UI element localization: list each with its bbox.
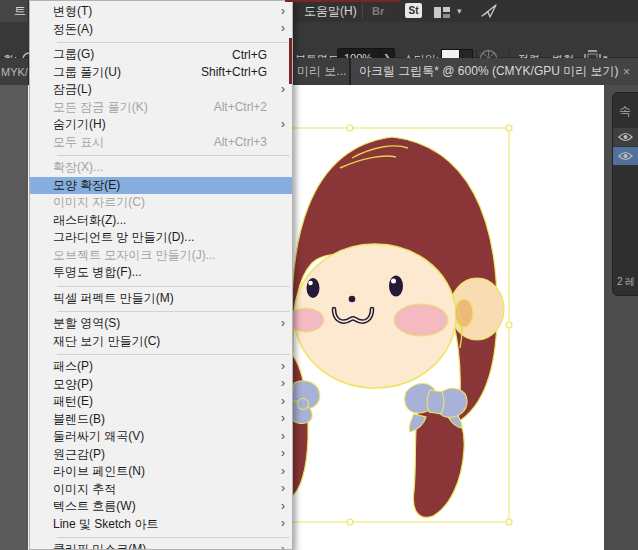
submenu-arrow-icon: ›: [281, 359, 285, 373]
menu-item-label: 정돈(A): [53, 21, 93, 38]
menu-item-label: 그라디언트 망 만들기(D)...: [53, 229, 194, 246]
left-cheek: [288, 308, 324, 332]
share-icon[interactable]: [481, 3, 498, 23]
layers-panel: 속 2 레: [612, 92, 638, 296]
menu-item-shortcut: Alt+Ctrl+2: [214, 100, 285, 114]
menu-item-label: 모양(P): [53, 376, 93, 393]
menu-item-shape[interactable]: 모양(P)›: [30, 376, 292, 394]
menu-item-label: 텍스트 흐름(W): [53, 498, 136, 515]
menu-item-shortcut: Alt+Ctrl+3: [214, 135, 285, 149]
document-tab-1[interactable]: 미리 보... ×: [293, 58, 349, 85]
menu-item-label: 그룹 풀기(U): [53, 64, 121, 81]
inner-ear: [455, 299, 473, 327]
menu-item-label: 모두 표시: [53, 134, 104, 151]
menu-item-lock[interactable]: 잠금(L)›: [30, 81, 292, 99]
menu-item-text-wrap[interactable]: 텍스트 흐름(W)›: [30, 498, 292, 516]
menu-item-label: 투명도 병합(F)...: [53, 264, 142, 281]
menu-item-envelope-distort[interactable]: 둘러싸기 왜곡(V)›: [30, 428, 292, 446]
menu-item-label: 픽셀 퍼펙트 만들기(M): [53, 290, 174, 307]
menu-separator: [30, 533, 292, 541]
menu-item-label: 라이브 페인트(N): [53, 463, 145, 480]
submenu-arrow-icon: ›: [281, 117, 285, 131]
submenu-arrow-icon: ›: [281, 22, 285, 36]
menu-separator: [30, 350, 292, 358]
menu-item-label: 잠금(L): [53, 81, 92, 98]
menu-item-arrange[interactable]: 정돈(A)›: [30, 21, 292, 39]
menu-item-expand-appearance[interactable]: 모양 확장(E): [30, 177, 292, 195]
layer-row-2[interactable]: [613, 147, 638, 166]
submenu-arrow-icon: ›: [281, 517, 285, 531]
menu-item-shortcut: Ctrl+G: [232, 48, 285, 62]
menu-item-live-paint[interactable]: 라이브 페인트(N)›: [30, 463, 292, 481]
layer-row-1[interactable]: [613, 128, 638, 147]
document-tab-2-active[interactable]: 아크릴 그립톡* @ 600% (CMYK/GPU 미리 보기) ×: [351, 58, 638, 85]
menu-item-clipping-mask[interactable]: 클리핑 마스크(M)›: [30, 541, 292, 550]
submenu-arrow-icon: ›: [281, 82, 285, 96]
menu-item-label: 클리핑 마스크(M): [53, 541, 146, 550]
menu-item-show-all: 모두 표시Alt+Ctrl+3: [30, 134, 292, 152]
red-sliver-top: [285, 0, 400, 2]
menu-item-group[interactable]: 그룹(G)Ctrl+G: [30, 46, 292, 64]
bridge-icon[interactable]: Br: [372, 3, 384, 19]
menu-item-transform[interactable]: 변형(T)›: [30, 3, 292, 21]
stock-icon[interactable]: St: [405, 3, 422, 18]
submenu-arrow-icon: ›: [281, 377, 285, 391]
document-tab-fragment[interactable]: MYK/G: [0, 58, 28, 85]
menu-item-unlock-all: 모든 잠금 풀기(K)Alt+Ctrl+2: [30, 99, 292, 117]
menu-item-create-trim-view[interactable]: 재단 보기 만들기(C): [30, 333, 292, 351]
menu-item-label: 원근감(P): [53, 446, 105, 463]
menu-item-path[interactable]: 패스(P)›: [30, 358, 292, 376]
submenu-arrow-icon: ›: [281, 429, 285, 443]
left-eye-highlight: [308, 281, 313, 286]
menu-item-line-sketch-art[interactable]: Line 및 Sketch 아트›: [30, 516, 292, 534]
menu-item-pattern[interactable]: 패턴(E)›: [30, 393, 292, 411]
menu-item-label: 이미지 추적: [53, 481, 116, 498]
menu-separator: [30, 151, 292, 159]
menu-item-slice[interactable]: 분할 영역(S)›: [30, 315, 292, 333]
layer-count-status: 2 레: [617, 275, 635, 289]
menu-separator: [30, 282, 292, 290]
menubar-item-help[interactable]: 도움말(H): [298, 0, 363, 22]
workspace-switcher-icon[interactable]: [433, 5, 451, 23]
menu-item-flatten-transparency[interactable]: 투명도 병합(F)...: [30, 264, 292, 282]
menu-item-ungroup[interactable]: 그룹 풀기(U)Shift+Ctrl+G: [30, 64, 292, 82]
red-sliver-left: [289, 38, 292, 84]
visibility-eye-icon[interactable]: [618, 132, 633, 142]
left-eye: [307, 278, 320, 298]
menu-item-label: 래스터화(Z)...: [53, 212, 126, 229]
layer-list: [613, 128, 638, 166]
tab-title: 미리 보...: [297, 63, 346, 80]
menu-item-make-pixel-perfect[interactable]: 픽셀 퍼펙트 만들기(M): [30, 290, 292, 308]
visibility-eye-icon[interactable]: [618, 151, 633, 161]
close-icon[interactable]: ×: [623, 65, 630, 79]
menu-separator: [30, 307, 292, 315]
submenu-arrow-icon: ›: [281, 4, 285, 18]
menu-item-label: 패턴(E): [53, 393, 93, 410]
submenu-arrow-icon: ›: [281, 412, 285, 426]
submenu-arrow-icon: ›: [281, 482, 285, 496]
submenu-arrow-icon: ›: [281, 499, 285, 513]
menu-item-label: 이미지 자르기(C): [53, 194, 145, 211]
menu-item-label: 재단 보기 만들기(C): [53, 333, 160, 350]
menu-item-label: 분할 영역(S): [53, 315, 120, 332]
menu-item-perspective[interactable]: 원근감(P)›: [30, 446, 292, 464]
panel-tab-properties-fragment[interactable]: 속: [613, 93, 638, 128]
menu-item-label: 그룹(G): [53, 46, 94, 63]
menu-item-rasterize[interactable]: 래스터화(Z)...: [30, 212, 292, 230]
menu-item-create-gradient-mesh[interactable]: 그라디언트 망 만들기(D)...: [30, 229, 292, 247]
menu-item-label: 모양 확장(E): [53, 177, 120, 194]
submenu-arrow-icon: ›: [281, 464, 285, 478]
menu-item-label: 변형(T): [53, 3, 92, 20]
object-menu: 변형(T)›정돈(A)›그룹(G)Ctrl+G그룹 풀기(U)Shift+Ctr…: [29, 0, 293, 550]
menubar-item-object-fragment[interactable]: 트(O): [0, 0, 28, 22]
right-cheek: [394, 304, 448, 336]
chevron-down-icon[interactable]: ▾: [457, 6, 462, 16]
menu-item-blend[interactable]: 블렌드(B)›: [30, 411, 292, 429]
menu-item-image-trace[interactable]: 이미지 추적›: [30, 481, 292, 499]
menu-item-label: 모든 잠금 풀기(K): [53, 99, 148, 116]
menu-item-hide[interactable]: 숨기기(H)›: [30, 116, 292, 134]
menu-item-shortcut: Shift+Ctrl+G: [201, 65, 285, 79]
nose: [349, 296, 356, 303]
menubar-divider: [362, 4, 363, 18]
menu-item-label: 오브젝트 모자이크 만들기(J)...: [53, 247, 216, 264]
